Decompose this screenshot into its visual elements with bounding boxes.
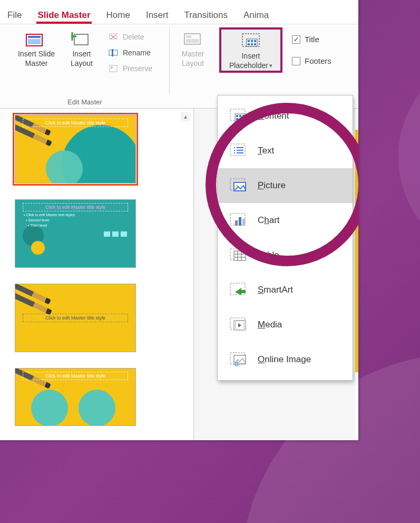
slide-thumbnail-1[interactable]: Click to edit Master title style [15,115,136,183]
svg-rect-44 [239,217,241,226]
preserve-button[interactable]: Preserve [106,62,154,75]
powerpoint-window: File Slide Master Home Insert Transition… [0,0,358,440]
slide-thumbnail-2[interactable]: Click to edit Master title style • Click… [15,199,136,268]
preserve-icon [108,64,120,73]
ribbon-group-edit-master: Insert Slide Master Insert Layout [0,24,170,108]
menu-item-content[interactable]: Content [218,99,353,133]
svg-rect-23 [254,43,256,45]
menu-item-picture-label: Picture [258,180,286,191]
tab-home[interactable]: Home [105,5,131,24]
svg-rect-31 [242,118,245,120]
delete-icon [108,32,120,42]
tab-insert[interactable]: Insert [145,5,170,24]
title-checkbox-label: Title [305,35,319,44]
svg-rect-26 [236,115,238,117]
svg-rect-20 [254,40,256,42]
thumb-caption: Click to edit Master title style [23,372,128,380]
rename-label: Rename [123,49,151,57]
tab-slide-master[interactable]: Slide Master [36,5,91,24]
ribbon-group-master-layout: Master Layout [170,24,216,108]
svg-rect-14 [186,35,191,38]
footers-checkbox[interactable]: Footers [292,56,331,65]
svg-rect-43 [235,220,238,226]
master-layout-label1: Master [182,50,204,58]
svg-rect-1 [28,36,41,38]
svg-rect-29 [236,118,238,120]
insert-layout-button[interactable]: Insert Layout [61,27,103,75]
content-icon [229,108,248,124]
svg-rect-27 [239,115,241,117]
insert-placeholder-menu: Content Text Picture Chart Table [217,95,353,381]
checkbox-checked-icon [292,35,300,44]
title-checkbox[interactable]: Title [292,35,319,44]
menu-item-media-label: Media [258,319,282,330]
svg-rect-2 [28,39,41,44]
svg-rect-10 [112,49,113,56]
slide-thumbnail-3[interactable]: Click to edit Master title style [15,284,136,352]
thumb-caption: Click to edit Master title style [23,314,128,322]
checkbox-icon [292,57,300,65]
table-icon [229,247,248,263]
menu-item-online-image-label: Online Image [258,354,311,365]
online-image-icon [229,352,248,367]
footers-checkbox-label: Footers [305,56,331,65]
ribbon-tabs: File Slide Master Home Insert Transition… [0,0,358,24]
insert-layout-label1: Insert [72,50,91,58]
delete-button[interactable]: Delete [106,31,154,43]
insert-placeholder-button[interactable]: Insert Placeholder ▾ [219,27,282,73]
menu-item-chart[interactable]: Chart [218,203,353,238]
chart-icon [229,212,248,228]
insert-slide-master-label2: Master [25,59,48,67]
text-icon [229,143,248,159]
svg-rect-6 [110,34,117,39]
menu-item-online-image[interactable]: Online Image [218,342,353,377]
svg-rect-22 [251,43,253,45]
picture-icon [229,178,248,193]
svg-marker-53 [235,288,246,295]
svg-rect-19 [251,40,253,42]
menu-item-picture[interactable]: Picture [218,168,353,203]
menu-item-smartart-label: SmartArt [258,285,293,295]
menu-item-text[interactable]: Text [218,133,353,168]
rename-button[interactable]: Rename [106,46,154,59]
svg-rect-15 [186,39,199,43]
svg-rect-56 [234,321,236,330]
master-layout-button[interactable]: Master Layout [172,27,214,69]
circle-graphic [46,150,83,183]
menu-item-smartart[interactable]: SmartArt [218,273,353,307]
chevron-down-icon: ▾ [269,62,272,69]
master-layout-icon [181,31,204,49]
slide-thumbnail-4[interactable]: Click to edit Master title style [15,368,136,426]
menu-item-content-label: Content [258,111,289,121]
scroll-up-button[interactable]: ▴ [181,112,190,121]
slide-master-icon [25,31,48,49]
master-layout-label2: Layout [182,59,204,67]
insert-slide-master-button[interactable]: Insert Slide Master [15,27,57,75]
menu-item-media[interactable]: Media [218,307,353,342]
media-icon [229,317,248,333]
thumb-caption: Click to edit Master title style [23,203,128,211]
menu-item-table[interactable]: Table [218,238,353,273]
placeholder-icon [239,33,262,51]
menu-item-chart-label: Chart [258,215,280,226]
layout-icon [70,31,93,49]
mini-shapes [104,231,127,237]
svg-rect-28 [242,115,245,117]
delete-label: Delete [123,33,144,41]
svg-rect-30 [239,118,241,120]
thumbnail-panel: ▴ Click to edit Master title style Click… [0,109,194,440]
svg-rect-57 [243,321,246,330]
bullet-lines: • Click to edit Master text styles • Sec… [24,212,88,228]
smartart-icon [229,282,248,298]
rename-icon [108,48,120,57]
tab-transitions[interactable]: Transitions [183,5,229,24]
insert-layout-label2: Layout [71,59,93,67]
tab-animations[interactable]: Anima [242,5,270,24]
tab-file[interactable]: File [6,5,23,24]
preserve-label: Preserve [123,64,152,73]
insert-placeholder-label1: Insert [241,52,260,60]
svg-rect-47 [234,251,246,260]
svg-rect-21 [248,43,250,45]
svg-rect-45 [242,219,245,226]
svg-rect-11 [110,65,117,72]
